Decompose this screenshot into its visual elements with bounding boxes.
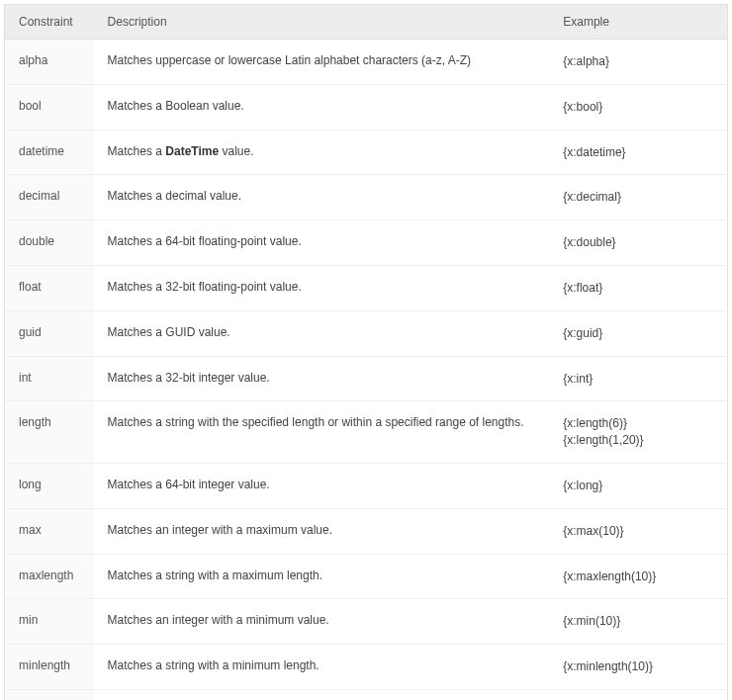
cell-description: Matches a decimal value. xyxy=(94,175,550,220)
example-text: {x:maxlength(10)} xyxy=(563,569,713,585)
cell-description: Matches an integer with a maximum value. xyxy=(94,508,550,554)
desc-text-pre: Matches a string with a minimum length. xyxy=(108,658,320,672)
cell-description: Matches a string with a maximum length. xyxy=(94,554,550,599)
example-text: {x:datetime} xyxy=(563,144,713,161)
table-body: alphaMatches uppercase or lowercase Lati… xyxy=(5,40,728,701)
table-header-row: Constraint Description Example xyxy=(5,5,728,40)
example-text: {x:long} xyxy=(563,478,713,494)
cell-description: Matches a 32-bit integer value. xyxy=(94,356,550,401)
cell-description: Matches a GUID value. xyxy=(94,310,550,356)
cell-constraint: long xyxy=(5,463,94,508)
example-text: {x:guid} xyxy=(563,325,713,342)
desc-text-bold: DateTime xyxy=(165,144,219,158)
cell-description: Matches a 64-bit floating-point value. xyxy=(94,220,550,266)
example-text: {x:max(10)} xyxy=(563,523,713,540)
cell-description: Matches a Boolean value. xyxy=(94,84,550,130)
cell-example: {x:min(10)} xyxy=(549,599,727,645)
cell-constraint: min xyxy=(5,599,94,645)
table-row: longMatches a 64-bit integer value.{x:lo… xyxy=(5,463,728,508)
header-description: Description xyxy=(94,5,550,40)
cell-description: Matches an integer within a range of val… xyxy=(94,689,550,700)
example-text: {x:minlength(10)} xyxy=(563,658,713,675)
cell-example: {x:long} xyxy=(549,463,727,508)
cell-constraint: int xyxy=(5,356,94,401)
cell-description: Matches a DateTime value. xyxy=(94,130,550,175)
cell-example: {x:maxlength(10)} xyxy=(549,554,727,599)
desc-text-pre: Matches a 32-bit integer value. xyxy=(108,371,270,385)
example-text: {x:min(10)} xyxy=(563,613,713,630)
cell-constraint: max xyxy=(5,508,94,554)
desc-text-pre: Matches an integer with a minimum value. xyxy=(108,613,329,627)
cell-constraint: length xyxy=(5,401,94,464)
cell-example: {x:decimal} xyxy=(549,175,727,220)
table-row: intMatches a 32-bit integer value.{x:int… xyxy=(5,356,728,401)
desc-text-pre: Matches a 64-bit integer value. xyxy=(108,478,270,491)
table-row: decimalMatches a decimal value.{x:decima… xyxy=(5,175,728,220)
cell-description: Matches a 64-bit integer value. xyxy=(94,463,550,508)
desc-text-pre: Matches an integer with a maximum value. xyxy=(108,523,332,537)
cell-example: {x:double} xyxy=(549,220,727,266)
cell-description: Matches a 32-bit floating-point value. xyxy=(94,265,550,310)
cell-example: {x:float} xyxy=(549,265,727,310)
table-row: guidMatches a GUID value.{x:guid} xyxy=(5,310,728,356)
cell-constraint: guid xyxy=(5,310,94,356)
cell-constraint: double xyxy=(5,220,94,266)
cell-constraint: bool xyxy=(5,84,94,130)
example-text: {x:alpha} xyxy=(563,53,713,70)
cell-example: {x:length(6)}{x:length(1,20)} xyxy=(549,401,727,464)
desc-text-pre: Matches uppercase or lowercase Latin alp… xyxy=(108,53,472,67)
cell-constraint: datetime xyxy=(5,130,94,175)
cell-description: Matches uppercase or lowercase Latin alp… xyxy=(94,40,550,85)
cell-description: Matches a string with the specified leng… xyxy=(94,401,550,464)
cell-example: {x:range(10,50)} xyxy=(549,689,727,700)
desc-text-pre: Matches a decimal value. xyxy=(108,189,241,203)
table-row: datetimeMatches a DateTime value.{x:date… xyxy=(5,130,728,175)
cell-constraint: float xyxy=(5,265,94,310)
cell-example: {x:int} xyxy=(549,356,727,401)
cell-constraint: decimal xyxy=(5,175,94,220)
example-text: {x:int} xyxy=(563,371,713,388)
table-row: maxlengthMatches a string with a maximum… xyxy=(5,554,728,599)
example-text: {x:length(1,20)} xyxy=(563,432,713,449)
desc-text-pre: Matches a string with a maximum length. xyxy=(108,569,322,582)
constraints-table: Constraint Description Example alphaMatc… xyxy=(4,4,728,700)
cell-constraint: alpha xyxy=(5,40,94,85)
table-row: alphaMatches uppercase or lowercase Lati… xyxy=(5,40,728,85)
example-text: {x:decimal} xyxy=(563,189,713,206)
cell-constraint: maxlength xyxy=(5,554,94,599)
cell-example: {x:max(10)} xyxy=(549,508,727,554)
cell-example: {x:bool} xyxy=(549,84,727,130)
table-row: lengthMatches a string with the specifie… xyxy=(5,401,728,464)
table-row: floatMatches a 32-bit floating-point val… xyxy=(5,265,728,310)
example-text: {x:bool} xyxy=(563,99,713,116)
desc-text-pre: Matches a GUID value. xyxy=(108,325,230,339)
example-text: {x:double} xyxy=(563,234,713,251)
table-row: boolMatches a Boolean value.{x:bool} xyxy=(5,84,728,130)
header-example: Example xyxy=(549,5,727,40)
cell-example: {x:minlength(10)} xyxy=(549,645,727,690)
table-row: maxMatches an integer with a maximum val… xyxy=(5,508,728,554)
desc-text-pre: Matches a Boolean value. xyxy=(108,99,244,113)
cell-description: Matches a string with a minimum length. xyxy=(94,645,550,690)
cell-constraint: range xyxy=(5,689,94,700)
example-text: {x:length(6)} xyxy=(563,415,713,432)
cell-example: {x:alpha} xyxy=(549,40,727,85)
desc-text-post: value. xyxy=(219,144,253,158)
cell-example: {x:guid} xyxy=(549,310,727,356)
desc-text-pre: Matches a string with the specified leng… xyxy=(108,415,524,429)
table-row: rangeMatches an integer within a range o… xyxy=(5,689,728,700)
desc-text-pre: Matches a 64-bit floating-point value. xyxy=(108,234,302,248)
cell-constraint: minlength xyxy=(5,645,94,690)
table-row: minlengthMatches a string with a minimum… xyxy=(5,645,728,690)
example-text: {x:float} xyxy=(563,280,713,297)
table-row: doubleMatches a 64-bit floating-point va… xyxy=(5,220,728,266)
table-row: minMatches an integer with a minimum val… xyxy=(5,599,728,645)
header-constraint: Constraint xyxy=(5,5,94,40)
desc-text-pre: Matches a xyxy=(108,144,166,158)
cell-description: Matches an integer with a minimum value. xyxy=(94,599,550,645)
cell-example: {x:datetime} xyxy=(549,130,727,175)
desc-text-pre: Matches a 32-bit floating-point value. xyxy=(108,280,302,294)
